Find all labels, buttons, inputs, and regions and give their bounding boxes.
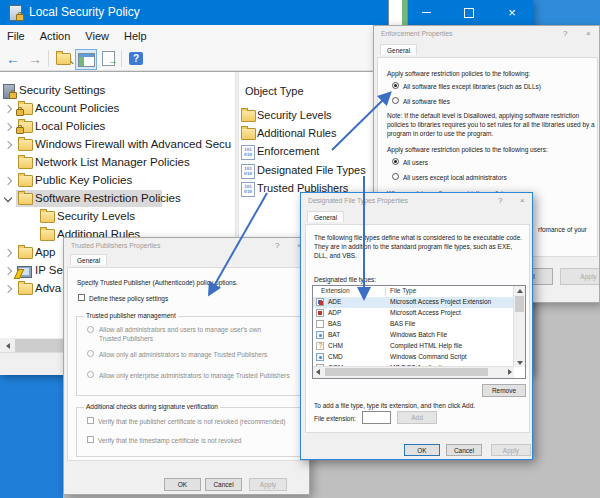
checkbox-verify-publisher-cert[interactable] — [87, 417, 94, 424]
toolbar-separator — [48, 50, 49, 67]
scroll-right-icon[interactable] — [505, 367, 514, 377]
dialog-help-icon[interactable]: ? — [275, 241, 279, 250]
scroll-left-icon[interactable] — [313, 367, 322, 377]
tab-general[interactable]: General — [70, 254, 107, 265]
radio-all-users-except-admins[interactable] — [392, 173, 399, 180]
batch-file-icon — [316, 331, 324, 339]
maximize-button[interactable] — [454, 0, 484, 25]
file-type-row-chm[interactable]: CHM Compiled HTML Help file — [313, 341, 513, 352]
tree-item-network-list-manager[interactable]: Network List Manager Policies — [0, 154, 235, 172]
back-button[interactable]: ← — [3, 49, 23, 68]
list-horizontal-scrollbar[interactable] — [313, 366, 514, 378]
dialog-close-icon[interactable]: × — [520, 196, 525, 205]
tree-item-public-key-policies[interactable]: Public Key Policies — [0, 172, 235, 190]
apply-button[interactable]: Apply — [560, 268, 600, 285]
up-one-level-button[interactable]: ↖ — [53, 49, 73, 68]
file-type-row-ade[interactable]: ADE Microsoft Access Project Extension — [313, 297, 513, 308]
lightning-icon — [14, 269, 25, 279]
file-type-row-cmd[interactable]: CMD Windows Command Script — [313, 352, 513, 363]
show-action-pane-button[interactable] — [149, 49, 169, 68]
apply-to-label: Apply software restriction policies to t… — [387, 69, 595, 78]
radio-all-users[interactable] — [392, 158, 399, 165]
list-vertical-scrollbar[interactable] — [513, 286, 525, 367]
cancel-button[interactable]: Cancel — [446, 444, 482, 456]
dialog-title: Designated File Types Properties — [308, 197, 408, 204]
minimize-button[interactable] — [411, 0, 441, 25]
binary-policy-icon — [241, 182, 255, 197]
tab-general[interactable]: General — [307, 211, 344, 222]
title-bar[interactable]: Local Security Policy × — [0, 0, 533, 25]
dialog-help-icon[interactable]: ? — [498, 196, 502, 205]
radio-all-software-files[interactable] — [392, 97, 399, 104]
file-types-list[interactable]: Extension File Type ADE Microsoft Access… — [312, 285, 526, 379]
description-text: The following file types define what is … — [314, 233, 527, 260]
security-settings-icon — [3, 84, 15, 99]
radio-enterprise-admins[interactable] — [87, 371, 94, 378]
computer-icon — [17, 266, 32, 278]
chevron-right-icon[interactable] — [4, 267, 12, 275]
minimize-icon — [422, 12, 431, 13]
tree-item-windows-firewall[interactable]: Windows Firewall with Advanced Secu — [0, 136, 235, 154]
chevron-right-icon[interactable] — [4, 141, 12, 149]
console-tree-icon — [78, 53, 95, 67]
menu-view[interactable]: View — [85, 30, 109, 42]
help-file-icon — [316, 342, 324, 350]
folder-icon — [241, 128, 256, 140]
dialog-help-icon[interactable]: ? — [563, 29, 567, 38]
apply-button[interactable]: Apply — [491, 444, 531, 456]
back-icon: ← — [6, 52, 20, 66]
column-file-type[interactable]: File Type — [390, 287, 416, 294]
chevron-right-icon[interactable] — [4, 105, 12, 113]
tree-item-security-levels[interactable]: Security Levels — [0, 208, 235, 226]
tab-general[interactable]: General — [380, 44, 417, 55]
close-button[interactable]: × — [497, 0, 527, 25]
window-title: Local Security Policy — [29, 5, 140, 19]
batch-file-icon — [316, 353, 324, 361]
checkbox-verify-timestamp-cert[interactable] — [87, 436, 94, 443]
cancel-button[interactable]: Cancel — [205, 478, 242, 491]
chevron-right-icon[interactable] — [4, 285, 12, 293]
radio-admins-and-users[interactable] — [87, 326, 94, 333]
export-list-button[interactable]: → — [98, 49, 118, 68]
remove-button[interactable]: Remove — [482, 384, 526, 397]
help-button[interactable]: ? — [126, 49, 146, 68]
column-extension[interactable]: Extension — [321, 287, 350, 294]
object-type-header[interactable]: Object Type — [245, 85, 304, 97]
scrollbar-thumb[interactable] — [325, 368, 488, 376]
menu-help[interactable]: Help — [124, 30, 147, 42]
chevron-right-icon[interactable] — [4, 249, 12, 257]
scroll-down-icon[interactable] — [514, 358, 525, 367]
apply-users-label: Apply software restriction policies to t… — [387, 145, 595, 154]
tab-page: The following file types define what is … — [305, 224, 530, 433]
menu-action[interactable]: Action — [40, 30, 71, 42]
apply-button[interactable]: Apply — [249, 478, 287, 491]
checkbox-define-policy-settings[interactable] — [78, 294, 85, 301]
tree-item-security-settings[interactable]: Security Settings — [0, 82, 235, 100]
tree-item-software-restriction-policies[interactable]: Software Restriction Policies — [0, 190, 235, 208]
radio-all-files-except-libraries[interactable] — [392, 82, 399, 89]
chevron-right-icon[interactable] — [4, 177, 12, 185]
file-type-row-bas[interactable]: BAS BAS File — [313, 319, 513, 330]
add-button[interactable]: Add — [397, 411, 437, 424]
tree-item-local-policies[interactable]: Local Policies — [0, 118, 235, 136]
scrollbar-thumb[interactable] — [515, 296, 524, 312]
ok-button[interactable]: OK — [404, 444, 440, 456]
forward-button[interactable]: → — [25, 49, 45, 68]
file-extension-input[interactable] — [362, 411, 391, 424]
scroll-left-icon[interactable] — [0, 338, 15, 353]
show-console-tree-button[interactable] — [75, 49, 97, 70]
tree-item-account-policies[interactable]: Account Policies — [0, 100, 235, 118]
scroll-up-icon[interactable] — [514, 286, 525, 295]
file-type-row-adp[interactable]: ADP Microsoft Access Project — [313, 308, 513, 319]
radio-admins-only[interactable] — [87, 350, 94, 357]
binary-policy-icon — [241, 145, 255, 160]
menu-file[interactable]: File — [7, 30, 25, 42]
file-type-row-bat[interactable]: BAT Windows Batch File — [313, 330, 513, 341]
ok-button[interactable]: OK — [164, 478, 201, 491]
dialog-close-icon[interactable]: × — [586, 29, 591, 38]
export-list-icon: → — [102, 51, 115, 66]
file-extension-label: File extension: — [314, 414, 356, 423]
chevron-down-icon[interactable] — [4, 194, 12, 202]
folder-up-icon: ↖ — [56, 53, 71, 65]
chevron-right-icon[interactable] — [4, 123, 12, 131]
